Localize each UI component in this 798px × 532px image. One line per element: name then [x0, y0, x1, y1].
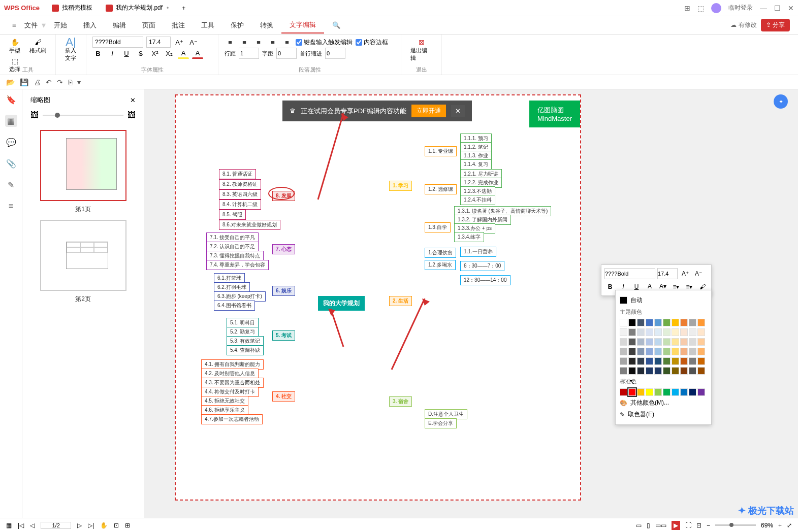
color-swatch[interactable]	[689, 348, 696, 355]
color-swatch[interactable]	[689, 338, 696, 346]
color-swatch[interactable]	[689, 357, 696, 365]
document-canvas[interactable]: ✦ ♛ 正在试用会员专享PDF编辑内容功能 立即开通 ✕ 亿图脑图MindMas…	[144, 89, 798, 522]
color-swatch[interactable]	[646, 338, 653, 346]
bold-button[interactable]: B	[92, 48, 104, 59]
float-increase-font-icon[interactable]: A⁺	[680, 268, 691, 279]
color-swatch[interactable]	[637, 367, 645, 375]
mindmap-node[interactable]: 6.1.打篮球	[214, 273, 245, 283]
color-swatch[interactable]	[689, 319, 696, 326]
color-swatch[interactable]	[646, 367, 653, 375]
format-brush[interactable]: 🖌格式刷	[26, 37, 49, 55]
color-swatch[interactable]	[620, 367, 627, 375]
mindmap-node[interactable]: 5.4. 查漏补缺	[227, 345, 264, 355]
color-swatch[interactable]	[672, 357, 679, 365]
layers-icon[interactable]: ≡	[5, 200, 17, 212]
color-swatch[interactable]	[637, 348, 645, 355]
more-colors-option[interactable]: 🎨 其他颜色(M)...	[620, 397, 707, 409]
color-swatch[interactable]	[628, 367, 636, 375]
underline-button[interactable]: U	[121, 48, 132, 59]
color-swatch[interactable]	[680, 367, 688, 375]
view-fullscreen-icon[interactable]: ⛶	[685, 522, 691, 529]
float-size-select[interactable]	[657, 268, 678, 279]
mindmap-node[interactable]: D.注意个人卫生	[425, 409, 467, 419]
zoom-in-icon[interactable]: +	[778, 522, 782, 529]
color-swatch[interactable]	[663, 328, 671, 336]
color-swatch[interactable]	[654, 367, 662, 375]
char-spacing-input[interactable]	[276, 48, 297, 59]
mindmap-node[interactable]: 6.3.跑步 (keep打卡)	[214, 291, 266, 302]
color-swatch[interactable]	[628, 338, 636, 346]
align-left-icon[interactable]: ≡	[225, 37, 236, 48]
thumbnail-page-1[interactable]: 第1页	[26, 130, 140, 214]
color-swatch[interactable]	[628, 319, 636, 326]
mindmap-node[interactable]: 1.3.自学	[425, 222, 451, 232]
mindmap-node[interactable]: E.学会分享	[425, 418, 457, 428]
print-icon[interactable]: 🖨	[34, 78, 41, 86]
color-swatch[interactable]	[646, 357, 653, 365]
color-swatch[interactable]	[672, 319, 679, 326]
mindmap-node[interactable]: 2. 生活	[389, 296, 412, 306]
fit-icon[interactable]: ⊡	[696, 522, 701, 529]
menu-annotate[interactable]: 批注	[164, 18, 193, 33]
undo-icon[interactable]: ↶	[46, 78, 52, 86]
tab-document[interactable]: 我的大学规划.pdf •	[100, 2, 175, 14]
fit-width-icon[interactable]: ⊡	[114, 522, 119, 529]
mindmap-node[interactable]: 7.4. 尊重差异，学会包容	[206, 260, 269, 270]
mindmap-node[interactable]: 7. 心态	[272, 244, 295, 254]
more-icon[interactable]: ▾	[77, 78, 81, 86]
signature-icon[interactable]: ✎	[5, 179, 17, 191]
mindmap-node[interactable]: 7.1. 接受自己的平凡	[206, 232, 259, 243]
color-swatch[interactable]	[663, 388, 671, 396]
color-swatch[interactable]	[672, 367, 679, 375]
mindmap-node[interactable]: 4.2. 及时别管他人信息	[201, 369, 259, 379]
color-swatch[interactable]	[697, 348, 705, 355]
mindmap-node[interactable]: 4.1. 拥有自我判断的能力	[201, 359, 264, 370]
color-swatch[interactable]	[697, 328, 705, 336]
thumbnail-page-2[interactable]: 第2页	[26, 220, 140, 304]
select-tool[interactable]: ⬚选择	[6, 55, 23, 74]
font-family-select[interactable]	[92, 37, 143, 48]
tab-templates[interactable]: 找稻壳模板	[46, 2, 99, 14]
mindmap-node[interactable]: 1.2.4.不挂科	[460, 195, 495, 205]
color-swatch[interactable]	[663, 348, 671, 355]
content-border-checkbox[interactable]: 内容边框	[356, 38, 388, 47]
mindmap-node[interactable]: 1.合理饮食	[425, 248, 456, 258]
close-panel-icon[interactable]: ✕	[130, 96, 136, 104]
copy-icon[interactable]: ⎘	[68, 78, 72, 86]
color-swatch[interactable]	[689, 367, 696, 375]
color-swatch[interactable]	[646, 348, 653, 355]
mindmap-node[interactable]: 8.4. 计算机二级	[219, 200, 261, 210]
menu-protect[interactable]: 保护	[222, 18, 252, 33]
color-swatch[interactable]	[637, 328, 645, 336]
eyedropper-option[interactable]: ✎ 取色器(E)	[620, 409, 707, 420]
hamburger-icon[interactable]: ≡	[8, 19, 20, 31]
color-swatch[interactable]	[646, 319, 653, 326]
color-swatch[interactable]	[672, 388, 679, 396]
mindmap-node[interactable]: 3. 宿舍	[389, 396, 412, 407]
align-center-icon[interactable]: ≡	[239, 37, 250, 48]
color-swatch[interactable]	[628, 348, 636, 355]
mindmap-node[interactable]: 12：30——14：00	[460, 275, 510, 285]
color-swatch[interactable]	[672, 328, 679, 336]
italic-button[interactable]: I	[107, 48, 118, 59]
mindmap-node[interactable]: 4.6. 拒绝享乐主义	[201, 405, 248, 415]
float-decrease-font-icon[interactable]: A⁻	[693, 268, 704, 279]
color-swatch[interactable]	[680, 357, 688, 365]
mindmap-node[interactable]: 1.1. 专业课	[425, 146, 457, 156]
color-swatch[interactable]	[628, 388, 636, 396]
redo-icon[interactable]: ↷	[57, 78, 63, 86]
mindmap-node[interactable]: 1.1.4. 复习	[460, 159, 492, 170]
hand-icon[interactable]: ✋	[100, 522, 108, 529]
font-size-select[interactable]	[146, 37, 171, 48]
color-swatch[interactable]	[620, 388, 627, 396]
page-grid-icon[interactable]: ▦	[6, 522, 12, 529]
mindmap-node[interactable]: 5.3. 有效笔记	[227, 336, 264, 346]
attachment-icon[interactable]: 📎	[5, 157, 17, 170]
color-swatch[interactable]	[620, 338, 627, 346]
mindmap-node[interactable]: 8.6.对未来就业做好规划	[219, 220, 280, 230]
color-swatch[interactable]	[672, 348, 679, 355]
exit-edit-button[interactable]: ⊠退出编辑	[407, 37, 435, 63]
zoom-slider[interactable]	[43, 115, 123, 116]
mindmap-node[interactable]: 5.1. 明科目	[227, 318, 259, 328]
float-font-select[interactable]	[604, 268, 655, 279]
